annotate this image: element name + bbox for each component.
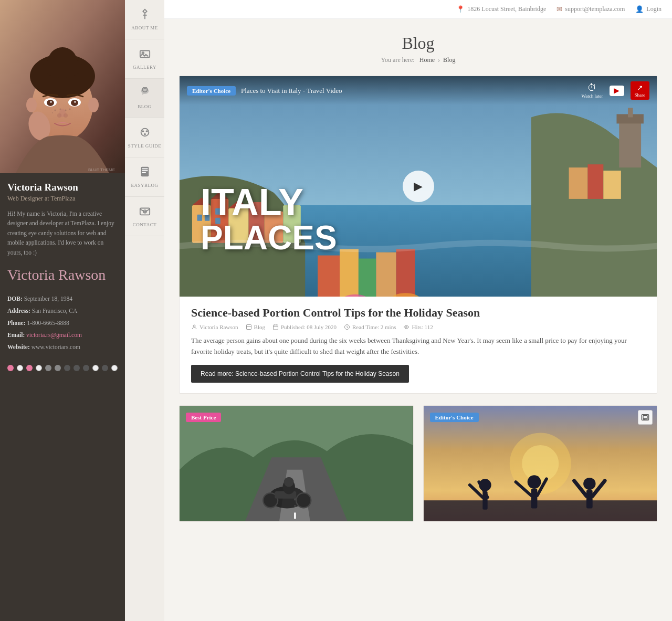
svg-point-7: [26, 98, 37, 112]
email-icon: ✉: [556, 5, 562, 14]
dot: [111, 365, 118, 371]
nav-item-style-guide[interactable]: STYLE GUIDE: [125, 118, 164, 157]
dot: [45, 365, 51, 371]
svg-point-30: [145, 130, 148, 132]
svg-point-12: [71, 100, 78, 106]
video-thumbnail: ITALY PLACES ▶: [180, 76, 657, 297]
svg-point-8: [88, 98, 99, 112]
nav-item-easyblog[interactable]: EASYBLOG: [125, 157, 164, 197]
dot: [55, 365, 61, 371]
svg-rect-57: [587, 164, 603, 199]
svg-rect-69: [273, 325, 278, 330]
dot: [102, 365, 108, 371]
dot: [7, 365, 14, 371]
nav-label-about-me: ABOUT ME: [131, 25, 158, 30]
topbar-address: 📍 1826 Locust Street, Bainbridge: [456, 5, 546, 14]
svg-point-21: [57, 113, 61, 118]
sidebar-bio: Hi! My name is Victoria, I'm a creative …: [7, 209, 118, 257]
svg-point-18: [69, 109, 71, 110]
breadcrumb-home[interactable]: Home: [419, 56, 435, 64]
svg-rect-62: [376, 252, 396, 297]
article-title: Science-based Portion Control Tips for t…: [191, 306, 645, 320]
svg-point-11: [47, 100, 54, 106]
article-author: Victoria Rawson: [191, 324, 238, 330]
svg-point-14: [74, 101, 76, 103]
svg-point-67: [193, 325, 195, 327]
svg-rect-68: [246, 325, 251, 330]
svg-point-81: [522, 445, 559, 482]
svg-point-31: [144, 133, 146, 135]
nav-item-blog[interactable]: BLOG: [125, 79, 164, 118]
featured-article: ITALY PLACES ▶ Editor's Choice Places to…: [179, 76, 657, 394]
svg-point-87: [583, 477, 595, 489]
dot: [64, 365, 70, 371]
article-category: Blog: [246, 324, 265, 330]
small-cards-row: Best Price: [179, 405, 657, 522]
nav-item-gallery[interactable]: GALLERY: [125, 39, 164, 79]
article-excerpt: The average person gains about one pound…: [191, 335, 645, 357]
nav-label-contact: CONTACT: [133, 222, 156, 227]
svg-point-19: [52, 112, 53, 113]
svg-rect-63: [396, 249, 415, 297]
sidebar-email-link[interactable]: victoria.rs@gmail.com: [26, 332, 82, 338]
page-title: Blog: [179, 34, 657, 53]
video-container[interactable]: ITALY PLACES ▶ Editor's Choice Places to…: [180, 76, 657, 297]
article-body: Science-based Portion Control Tips for t…: [180, 297, 657, 393]
svg-rect-86: [531, 489, 537, 508]
login-link[interactable]: Login: [646, 5, 662, 13]
nav-item-contact[interactable]: CONTACT: [125, 197, 164, 236]
dot: [26, 365, 33, 371]
main-content: 📍 1826 Locust Street, Bainbridge ✉ suppo…: [164, 0, 672, 621]
editor-choice-badge-2: Editor's Choice: [430, 412, 479, 422]
user-icon: 👤: [635, 5, 644, 14]
watch-later-button[interactable]: ⏱ Watch later: [581, 82, 603, 99]
svg-rect-34: [142, 170, 148, 171]
video-topbar: Editor's Choice Places to Visit in Italy…: [180, 76, 657, 105]
sidebar-info: Victoria Rawson Web Designer at TemPlaza…: [0, 173, 125, 359]
friends-background: [424, 406, 657, 521]
read-more-button[interactable]: Read more: Science-based Portion Control…: [191, 365, 409, 383]
topbar-email: ✉ support@templaza.com: [556, 5, 625, 14]
nav-label-style-guide: STYLE GUIDE: [128, 143, 162, 149]
main-nav: ABOUT ME GALLERY BLOG: [125, 0, 164, 621]
about-me-icon: [139, 8, 151, 23]
article-hits: Hits: 112: [403, 324, 433, 330]
svg-rect-61: [359, 259, 376, 297]
editor-badge: Editor's Choice: [187, 86, 236, 96]
svg-point-75: [296, 493, 311, 508]
breadcrumb: You are here: Home › Blog: [179, 56, 657, 64]
video-play-button[interactable]: ▶: [403, 171, 434, 202]
topbar-email-link[interactable]: support@templaza.com: [565, 5, 625, 13]
svg-point-6: [43, 57, 82, 78]
svg-rect-60: [340, 249, 359, 297]
video-controls: ⏱ Watch later ▶ ↗ Share: [581, 81, 649, 100]
video-overlay-text: ITALY PLACES: [201, 183, 337, 255]
svg-rect-53: [619, 117, 641, 167]
youtube-icon: ▶: [610, 86, 624, 96]
svg-rect-58: [603, 171, 621, 199]
small-card-img-friends: Editor's Choice: [424, 406, 657, 521]
dot: [17, 365, 23, 371]
topbar-login[interactable]: 👤 Login: [635, 5, 662, 14]
article-read-time: Read Time: 2 mins: [344, 324, 396, 330]
svg-point-85: [527, 475, 541, 489]
breadcrumb-current: Blog: [443, 56, 455, 64]
moto-background: [180, 406, 413, 521]
svg-point-71: [406, 327, 407, 328]
contact-icon: [139, 205, 151, 220]
small-card-img-moto: Best Price: [180, 406, 413, 521]
share-button[interactable]: ↗ Share: [631, 81, 650, 100]
svg-rect-33: [142, 169, 148, 170]
best-price-badge: Best Price: [186, 412, 221, 422]
sidebar-details: DOB: September 18, 1984 Address: San Fra…: [7, 293, 118, 353]
page-content: Blog You are here: Home › Blog: [164, 19, 672, 522]
blog-icon: [139, 87, 151, 102]
nav-item-about-me[interactable]: ABOUT ME: [125, 0, 164, 39]
share-icon: ↗: [637, 83, 643, 92]
topbar: 📍 1826 Locust Street, Bainbridge ✉ suppo…: [164, 0, 672, 19]
video-title: Places to Visit in Italy - Travel Video: [241, 87, 342, 95]
sidebar-name: Victoria Rawson: [7, 182, 118, 193]
svg-point-29: [142, 130, 144, 132]
sidebar-role: Web Designer at TemPlaza: [7, 195, 118, 203]
dot: [92, 365, 99, 371]
